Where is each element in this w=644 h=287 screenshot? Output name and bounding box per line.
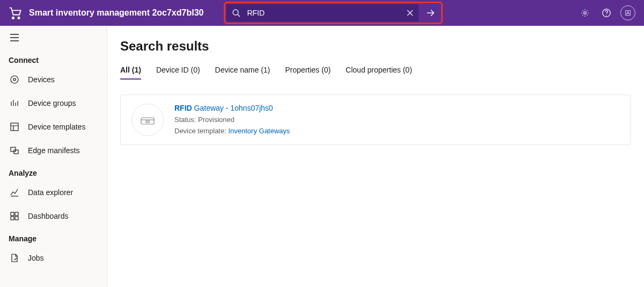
result-title-rest: Gateway - 1ohns07jhs0 [192, 104, 273, 112]
nav-item-label: Device groups [28, 99, 76, 107]
tab-device-name[interactable]: Device name (1) [215, 66, 270, 80]
svg-rect-13 [15, 212, 18, 216]
svg-rect-10 [11, 147, 16, 152]
tab-device-id[interactable]: Device ID (0) [156, 66, 200, 80]
nav-item-label: Devices [28, 75, 55, 84]
settings-button[interactable] [574, 0, 596, 26]
device-templates-icon [10, 122, 19, 132]
svg-point-8 [13, 78, 16, 81]
result-tabs: All (1) Device ID (0) Device name (1) Pr… [120, 66, 631, 80]
nav-item-label: Jobs [28, 254, 44, 262]
result-template: Device template: Inventory Gateways [174, 127, 290, 135]
nav-item-label: Device templates [28, 123, 85, 131]
avatar-icon [620, 5, 635, 20]
svg-point-7 [11, 76, 18, 83]
hamburger-button[interactable] [0, 26, 107, 49]
devices-icon [10, 75, 19, 84]
result-title[interactable]: RFID Gateway - 1ohns07jhs0 [174, 104, 290, 112]
main-content: Search results All (1) Device ID (0) Dev… [107, 26, 644, 287]
search-highlight-frame [224, 2, 443, 24]
svg-point-0 [12, 17, 14, 19]
search-box[interactable] [226, 4, 419, 21]
clear-icon[interactable] [406, 9, 414, 17]
result-status: Status: Provisioned [174, 116, 290, 124]
nav-section-analyze: Analyze [0, 162, 107, 181]
nav-section-connect: Connect [0, 49, 107, 68]
nav-item-jobs[interactable]: Jobs [0, 246, 107, 270]
data-explorer-icon [10, 188, 19, 197]
sidebar: Connect Devices Device groups Device tem… [0, 26, 107, 287]
svg-rect-17 [146, 121, 149, 123]
search-icon [232, 9, 240, 17]
nav-section-manage: Manage [0, 228, 107, 246]
nav-item-label: Edge manifests [28, 146, 80, 155]
svg-rect-15 [15, 217, 18, 220]
svg-rect-12 [11, 212, 14, 216]
result-device-icon [131, 104, 164, 136]
jobs-icon [10, 253, 19, 263]
svg-rect-14 [11, 217, 14, 220]
svg-point-3 [584, 12, 587, 15]
nav-item-device-templates[interactable]: Device templates [0, 115, 107, 139]
device-groups-icon [10, 98, 19, 108]
svg-point-2 [233, 10, 238, 15]
tab-properties[interactable]: Properties (0) [285, 66, 331, 80]
app-title: Smart inventory management 2oc7xd7bl30 [29, 8, 203, 18]
nav-item-label: Dashboards [28, 212, 69, 220]
nav-item-device-groups[interactable]: Device groups [0, 91, 107, 115]
svg-point-1 [18, 17, 19, 19]
nav-item-edge-manifests[interactable]: Edge manifests [0, 139, 107, 162]
help-button[interactable] [596, 0, 617, 26]
page-title: Search results [120, 39, 631, 54]
search-submit-button[interactable] [421, 4, 440, 21]
search-input[interactable] [247, 9, 406, 17]
tab-cloud-properties[interactable]: Cloud properties (0) [346, 66, 412, 80]
edge-manifests-icon [10, 146, 19, 155]
nav-item-label: Data explorer [28, 188, 73, 197]
top-bar: Smart inventory management 2oc7xd7bl30 [0, 0, 644, 26]
dashboards-icon [10, 211, 19, 221]
svg-rect-9 [11, 123, 18, 131]
nav-item-dashboards[interactable]: Dashboards [0, 204, 107, 228]
cart-icon [8, 5, 23, 20]
svg-point-5 [606, 15, 606, 15]
account-button[interactable] [617, 0, 639, 26]
tab-all[interactable]: All (1) [120, 66, 141, 80]
nav-item-devices[interactable]: Devices [0, 68, 107, 91]
result-title-match: RFID [174, 104, 192, 112]
nav-item-data-explorer[interactable]: Data explorer [0, 181, 107, 204]
result-template-link[interactable]: Inventory Gateways [228, 127, 290, 135]
search-result-card[interactable]: RFID Gateway - 1ohns07jhs0 Status: Provi… [120, 95, 631, 145]
